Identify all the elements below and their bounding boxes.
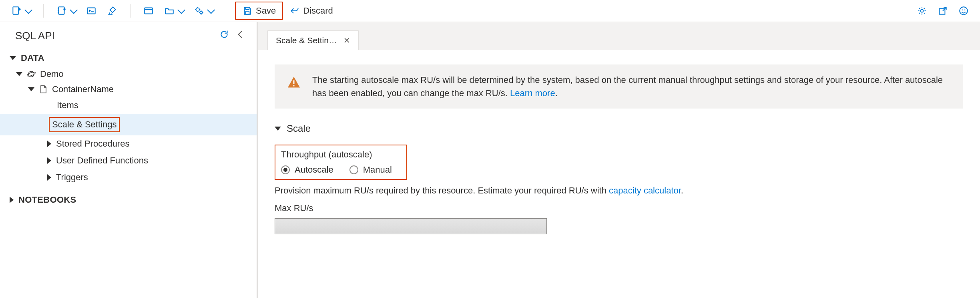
tree-leaf-label: Triggers: [56, 172, 88, 183]
radio-manual[interactable]: Manual: [349, 165, 392, 175]
chevron-down-icon: [24, 6, 32, 14]
save-icon: [242, 6, 253, 16]
tab-close-button[interactable]: ✕: [343, 36, 350, 45]
svg-rect-3: [145, 8, 153, 14]
terminal-icon: [86, 6, 96, 16]
refresh-button[interactable]: [219, 29, 229, 42]
radio-label: Manual: [363, 165, 392, 175]
sidebar-title: SQL API: [15, 30, 213, 42]
svg-point-5: [200, 11, 203, 14]
clear-button[interactable]: [103, 3, 121, 19]
tree: DATA Demo ContainerName Items Scale & Se…: [0, 50, 257, 298]
scale-section-header[interactable]: Scale: [275, 123, 963, 134]
separator: [226, 4, 226, 18]
max-ru-label: Max RU/s: [275, 203, 963, 213]
smiley-icon: [958, 6, 969, 16]
save-button[interactable]: Save: [235, 2, 283, 20]
alert-text: The starting autoscale max RU/s will be …: [312, 75, 943, 98]
caret-down-icon: [10, 56, 16, 60]
chevron-down-icon: [70, 6, 78, 14]
new-sql-query-button[interactable]: [7, 3, 34, 19]
radio-dot-icon: [281, 165, 290, 174]
throughput-title: Throughput (autoscale): [281, 149, 392, 160]
caret-right-icon: [47, 157, 51, 164]
svg-rect-2: [87, 8, 95, 14]
separator: [43, 4, 44, 18]
capacity-calculator-link[interactable]: capacity calculator: [609, 185, 681, 195]
save-label: Save: [256, 6, 276, 16]
chevron-down-icon: [207, 6, 215, 14]
warning-icon: [287, 75, 301, 89]
caret-down-icon: [28, 87, 34, 91]
open-terminal-button[interactable]: [82, 3, 100, 19]
content: The starting autoscale max RU/s will be …: [258, 50, 980, 249]
gears-icon: [194, 6, 204, 16]
tree-leaf-items[interactable]: Items: [0, 97, 257, 114]
main-pane: Scale & Settin… ✕ The starting autoscale…: [258, 22, 980, 298]
svg-point-14: [26, 71, 36, 77]
collapse-button[interactable]: [235, 29, 245, 42]
radio-dot-icon: [349, 165, 358, 174]
throughput-mode-group: Throughput (autoscale) Autoscale Manual: [275, 145, 407, 180]
gear-icon: [917, 6, 927, 16]
tree-leaf-scale-settings[interactable]: Scale & Settings: [0, 114, 257, 135]
tree-db-label: Demo: [40, 69, 64, 79]
svg-rect-0: [13, 7, 18, 14]
notebook-add-icon: [56, 6, 67, 16]
scale-section: Scale Throughput (autoscale) Autoscale M…: [275, 123, 963, 234]
tree-database[interactable]: Demo: [0, 66, 257, 82]
tree-leaf-stored-procedures[interactable]: Stored Procedures: [0, 135, 257, 152]
tree-section-label: DATA: [21, 53, 44, 63]
settings-dropdown-button[interactable]: [190, 3, 217, 19]
tab-scale-settings[interactable]: Scale & Settin… ✕: [267, 30, 359, 50]
chevron-down-icon: [177, 6, 185, 14]
discard-button[interactable]: Discard: [285, 3, 337, 19]
tree-leaf-label: Stored Procedures: [56, 139, 129, 149]
svg-rect-7: [246, 11, 249, 14]
new-item-icon: [11, 6, 22, 16]
tree-leaf-udf[interactable]: User Defined Functions: [0, 152, 257, 169]
sidebar-header: SQL API: [0, 22, 257, 50]
database-icon: [26, 69, 36, 79]
desc-prefix: Provision maximum RU/s required by this …: [275, 185, 609, 195]
chevron-left-icon: [235, 29, 245, 40]
open-folder-button[interactable]: [160, 3, 187, 19]
caret-right-icon: [47, 174, 51, 181]
tree-section-label: NOTEBOOKS: [18, 195, 76, 205]
feedback-button[interactable]: [954, 3, 973, 19]
svg-rect-1: [58, 7, 64, 14]
broom-icon: [107, 6, 117, 16]
document-icon: [38, 85, 48, 94]
refresh-icon: [219, 29, 229, 40]
tab-bar: Scale & Settin… ✕: [258, 22, 980, 50]
svg-rect-16: [293, 85, 295, 87]
alert-text-wrapper: The starting autoscale max RU/s will be …: [312, 73, 951, 100]
caret-down-icon: [275, 127, 281, 131]
svg-rect-6: [246, 7, 249, 9]
tree-leaf-label: Items: [57, 100, 78, 110]
popout-button[interactable]: [934, 3, 952, 19]
folder-icon: [164, 6, 175, 16]
tree-leaf-triggers[interactable]: Triggers: [0, 169, 257, 186]
caret-right-icon: [10, 197, 14, 203]
caret-down-icon: [16, 72, 22, 76]
discard-label: Discard: [303, 6, 333, 16]
tree-container-label: ContainerName: [52, 84, 114, 95]
tree-section-notebooks[interactable]: NOTEBOOKS: [0, 191, 257, 208]
svg-point-12: [964, 10, 966, 11]
browse-button[interactable]: [139, 3, 158, 19]
svg-rect-15: [293, 81, 295, 84]
tree-section-data[interactable]: DATA: [0, 50, 257, 66]
radio-autoscale[interactable]: Autoscale: [281, 165, 333, 175]
tab-label: Scale & Settin…: [276, 36, 337, 45]
svg-point-8: [921, 10, 924, 12]
alert-trailing: .: [555, 88, 558, 98]
desc-suffix: .: [681, 185, 683, 195]
max-ru-input[interactable]: [275, 218, 547, 234]
popout-icon: [938, 6, 948, 16]
alert-learn-more-link[interactable]: Learn more: [510, 88, 555, 98]
settings-button[interactable]: [913, 3, 931, 19]
scale-section-label: Scale: [287, 123, 311, 134]
new-container-button[interactable]: [52, 3, 80, 19]
tree-container[interactable]: ContainerName: [0, 82, 257, 97]
